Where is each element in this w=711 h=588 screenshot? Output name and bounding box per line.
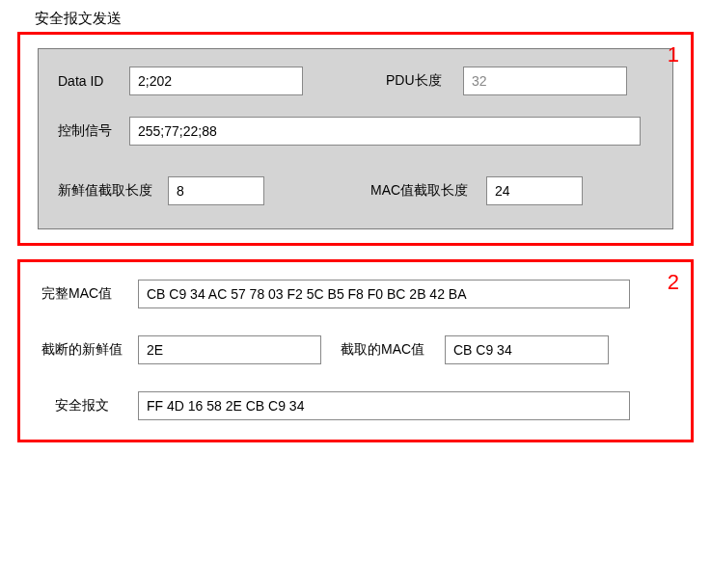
label-data-id: Data ID <box>58 73 122 89</box>
row-full-mac: 完整MAC值 <box>41 280 670 308</box>
input-control-signal[interactable] <box>129 117 641 146</box>
input-security-message[interactable] <box>138 391 630 420</box>
label-pdu-length: PDU长度 <box>386 72 455 90</box>
input-mac-length[interactable] <box>486 176 583 205</box>
input-trunc-mac[interactable] <box>445 335 609 364</box>
config-panel: Data ID PDU长度 控制信号 新鲜值截取长度 MAC值截取长度 <box>38 48 673 229</box>
field-mac-length: MAC值截取长度 <box>370 176 583 205</box>
section-badge-2: 2 <box>668 270 679 295</box>
input-full-mac[interactable] <box>138 280 630 308</box>
field-control-signal: 控制信号 <box>58 117 641 146</box>
label-security-message: 安全报文 <box>55 397 130 414</box>
section-badge-1: 1 <box>668 42 679 67</box>
field-security-message: 安全报文 <box>41 391 630 420</box>
label-mac-length: MAC值截取长度 <box>370 182 479 200</box>
label-trunc-fresh: 截断的新鲜值 <box>41 341 130 359</box>
field-trunc-mac: 截取的MAC值 <box>341 335 609 364</box>
row-data-pdu: Data ID PDU长度 <box>58 67 653 95</box>
input-trunc-fresh[interactable] <box>138 335 321 364</box>
field-fresh-length: 新鲜值截取长度 <box>58 176 264 205</box>
field-trunc-fresh: 截断的新鲜值 <box>41 335 321 364</box>
input-data-id[interactable] <box>129 67 303 95</box>
label-fresh-length: 新鲜值截取长度 <box>58 182 160 200</box>
config-section-box: 1 Data ID PDU长度 控制信号 新鲜值截取长度 <box>17 32 694 246</box>
row-ctrl: 控制信号 <box>58 117 653 146</box>
field-data-id: Data ID <box>58 67 303 95</box>
label-trunc-mac: 截取的MAC值 <box>341 341 437 359</box>
row-sec-msg: 安全报文 <box>41 391 670 420</box>
row-trunc: 截断的新鲜值 截取的MAC值 <box>41 335 670 364</box>
label-control-signal: 控制信号 <box>58 122 122 140</box>
input-pdu-length[interactable] <box>463 67 627 95</box>
section-title: 安全报文发送 <box>17 10 694 28</box>
field-pdu-length: PDU长度 <box>386 67 627 95</box>
output-section-box: 2 完整MAC值 截断的新鲜值 截取的MAC值 安全报文 <box>17 259 694 442</box>
input-fresh-length[interactable] <box>168 176 264 205</box>
row-lengths: 新鲜值截取长度 MAC值截取长度 <box>58 176 653 205</box>
field-full-mac: 完整MAC值 <box>41 280 630 308</box>
label-full-mac: 完整MAC值 <box>41 285 130 303</box>
